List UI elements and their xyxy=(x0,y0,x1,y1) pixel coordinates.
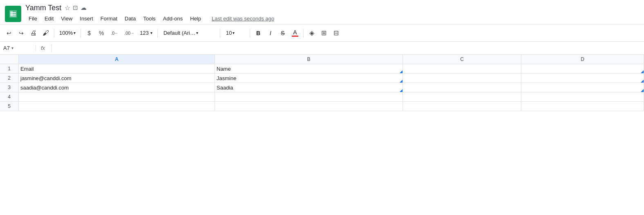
table-row: 2jasmine@canddi.comJasmine xyxy=(0,74,644,83)
toolbar: ↩ ↪ 🖨 🖌 100% ▾ $ % .0 ← .00 → 123 ▾ Defa… xyxy=(0,25,644,42)
col-header-d[interactable]: D xyxy=(521,55,644,64)
menu-addons[interactable]: Add-ons xyxy=(160,14,186,23)
row-number[interactable]: 4 xyxy=(0,92,19,101)
borders-button[interactable]: ⊞ xyxy=(318,27,330,39)
formula-sep xyxy=(51,44,52,52)
col-header-a[interactable]: A xyxy=(19,55,215,64)
percent-button[interactable]: % xyxy=(96,27,107,39)
font-color-letter: A xyxy=(293,29,297,35)
menu-data[interactable]: Data xyxy=(121,14,139,23)
cell[interactable] xyxy=(19,92,215,101)
cell[interactable] xyxy=(403,64,521,73)
row-number[interactable]: 2 xyxy=(0,74,19,83)
row-number[interactable]: 3 xyxy=(0,83,19,92)
row-num-header-corner xyxy=(0,55,19,64)
cell[interactable] xyxy=(521,102,644,111)
dropdown-arrow-icon xyxy=(641,89,644,92)
dropdown-arrow-icon xyxy=(400,70,402,73)
dropdown-arrow-icon xyxy=(400,89,402,92)
cell[interactable]: jasmine@canddi.com xyxy=(19,74,215,83)
menu-insert[interactable]: Insert xyxy=(76,14,96,23)
cell[interactable]: Name xyxy=(215,64,403,73)
fill-color-button[interactable]: ◈ xyxy=(306,27,318,39)
cell[interactable] xyxy=(403,74,521,83)
strikethrough-button[interactable]: S xyxy=(277,27,288,39)
toolbar-separator-6 xyxy=(303,29,304,38)
cell[interactable] xyxy=(403,92,521,101)
fx-icon: fx xyxy=(38,45,48,51)
cell[interactable] xyxy=(215,102,403,111)
menu-edit[interactable]: Edit xyxy=(41,14,57,23)
more-formats-label: 123 xyxy=(140,30,149,36)
menu-bar: File Edit View Insert Format Data Tools … xyxy=(25,13,274,24)
more-formats-button[interactable]: 123 ▾ xyxy=(137,27,155,39)
decimal-less-button[interactable]: .0 ← xyxy=(108,27,121,39)
menu-format[interactable]: Format xyxy=(97,14,121,23)
cloud-icon[interactable]: ☁ xyxy=(80,4,87,11)
font-size-selector[interactable]: 10 ▾ xyxy=(223,27,247,39)
star-icon[interactable]: ☆ xyxy=(65,4,70,12)
row-number[interactable]: 5 xyxy=(0,102,19,111)
toolbar-separator-1 xyxy=(54,29,54,38)
undo-button[interactable]: ↩ xyxy=(3,27,15,39)
cell[interactable]: saadia@canddi.com xyxy=(19,83,215,92)
cell[interactable] xyxy=(19,102,215,111)
font-size-arrow: ▾ xyxy=(233,31,235,35)
column-headers: A B C D xyxy=(0,55,644,64)
doc-title-text[interactable]: Yamm Test xyxy=(25,4,61,12)
font-color-underline xyxy=(292,36,298,37)
zoom-value: 100% xyxy=(59,30,73,36)
menu-file[interactable]: File xyxy=(25,14,40,23)
font-name-label: Default (Ari… xyxy=(163,30,195,36)
folder-icon[interactable]: ⊡ xyxy=(73,4,78,11)
cell[interactable]: Jasmine xyxy=(215,74,403,83)
cell[interactable] xyxy=(521,74,644,83)
title-area: Yamm Test ☆ ⊡ ☁ File Edit View Insert Fo… xyxy=(25,4,274,24)
font-selector[interactable]: Default (Ari… ▾ xyxy=(160,27,217,39)
cell-reference[interactable]: A7 ▾ xyxy=(3,45,36,51)
menu-tools[interactable]: Tools xyxy=(140,14,159,23)
cell[interactable] xyxy=(403,83,521,92)
decimal-more-button[interactable]: .00 → xyxy=(122,27,136,39)
italic-button[interactable]: I xyxy=(265,27,276,39)
cell[interactable] xyxy=(521,92,644,101)
table-row: 4 xyxy=(0,92,644,102)
font-size-value: 10 xyxy=(226,30,232,36)
table-row: 3saadia@canddi.comSaadia xyxy=(0,83,644,92)
dropdown-arrow-icon xyxy=(641,70,644,73)
cell[interactable] xyxy=(215,92,403,101)
dropdown-arrow-icon xyxy=(641,80,644,83)
cell-ref-value: A7 xyxy=(3,45,10,51)
formula-input[interactable] xyxy=(55,45,641,51)
zoom-selector[interactable]: 100% ▾ xyxy=(57,27,78,39)
font-name-arrow: ▾ xyxy=(196,31,198,35)
more-formats-arrow: ▾ xyxy=(150,31,152,35)
col-header-b[interactable]: B xyxy=(215,55,403,64)
redo-button[interactable]: ↪ xyxy=(16,27,27,39)
bold-button[interactable]: B xyxy=(253,27,264,39)
toolbar-separator-3 xyxy=(157,29,158,38)
table-row: 5 xyxy=(0,102,644,111)
dollar-button[interactable]: $ xyxy=(83,27,95,39)
toolbar-separator-4 xyxy=(220,29,220,38)
cell[interactable]: Saadia xyxy=(215,83,403,92)
font-color-button[interactable]: A xyxy=(289,27,301,39)
cell[interactable] xyxy=(403,102,521,111)
svg-rect-4 xyxy=(10,11,13,16)
cell[interactable] xyxy=(521,64,644,73)
cell[interactable] xyxy=(521,83,644,92)
row-number[interactable]: 1 xyxy=(0,64,19,73)
menu-help[interactable]: Help xyxy=(187,14,204,23)
paint-format-button[interactable]: 🖌 xyxy=(40,27,51,39)
formula-bar: A7 ▾ fx xyxy=(0,42,644,55)
cell-ref-arrow[interactable]: ▾ xyxy=(11,46,13,50)
col-header-c[interactable]: C xyxy=(403,55,521,64)
menu-view[interactable]: View xyxy=(58,14,76,23)
cell[interactable]: Email xyxy=(19,64,215,73)
app-icon xyxy=(5,6,21,22)
toolbar-separator-2 xyxy=(80,29,81,38)
last-edit-status: Last edit was seconds ago xyxy=(212,16,274,22)
print-button[interactable]: 🖨 xyxy=(28,27,39,39)
merge-button[interactable]: ⊟ xyxy=(331,27,342,39)
zoom-arrow-icon: ▾ xyxy=(74,31,76,35)
